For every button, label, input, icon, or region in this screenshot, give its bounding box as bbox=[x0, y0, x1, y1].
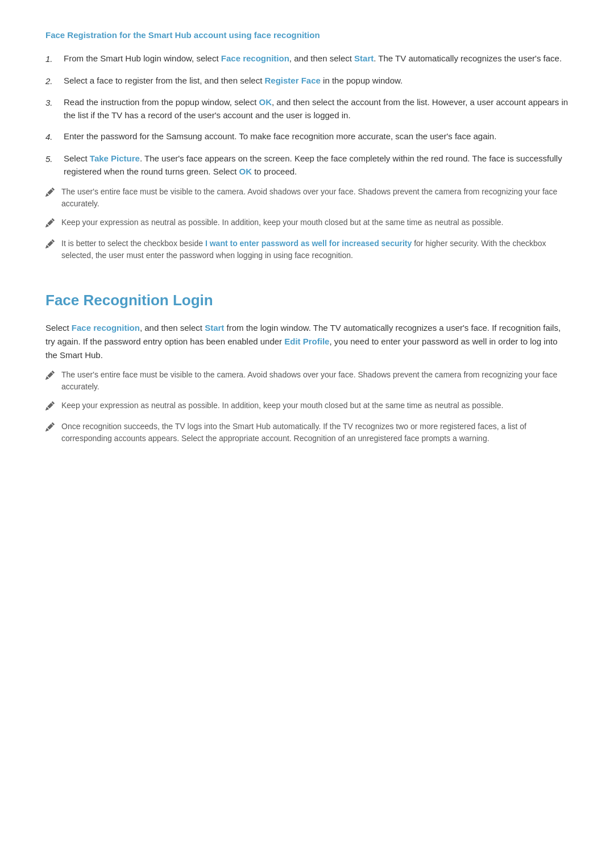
section2-notes: The user's entire face must be visible t… bbox=[45, 369, 569, 445]
note-content-s2-3: Once recognition succeeds, the TV logs i… bbox=[61, 421, 569, 445]
note-content-2: Keep your expression as neutral as possi… bbox=[61, 217, 569, 229]
step-number-5: 5. bbox=[45, 152, 64, 165]
highlight-face-recognition-1: Face recognition bbox=[221, 53, 289, 63]
step-number-2: 2. bbox=[45, 74, 64, 88]
step-5: 5. Select Take Picture. The user's face … bbox=[45, 152, 569, 178]
section2-title: Face Recognition Login bbox=[45, 289, 569, 312]
step-number-1: 1. bbox=[45, 52, 64, 65]
note-content-s2-2: Keep your expression as neutral as possi… bbox=[61, 400, 569, 412]
step-content-4: Enter the password for the Samsung accou… bbox=[64, 130, 569, 143]
pencil-icon-3 bbox=[45, 238, 61, 252]
pencil-icon-1 bbox=[45, 186, 61, 200]
note-1: The user's entire face must be visible t… bbox=[45, 186, 569, 210]
pencil-icon-2 bbox=[45, 217, 61, 231]
section2-intro: Select Face recognition, and then select… bbox=[45, 321, 569, 362]
highlight-register-face: Register Face bbox=[265, 76, 321, 85]
step-number-3: 3. bbox=[45, 95, 64, 109]
note-3: It is better to select the checkbox besi… bbox=[45, 238, 569, 261]
pencil-icon-s2-2 bbox=[45, 400, 61, 414]
highlight-take-picture: Take Picture bbox=[90, 153, 140, 163]
section2: Face Recognition Login Select Face recog… bbox=[45, 289, 569, 445]
step-content-5: Select Take Picture. The user's face app… bbox=[64, 152, 569, 178]
section1-notes: The user's entire face must be visible t… bbox=[45, 186, 569, 261]
note-2: Keep your expression as neutral as possi… bbox=[45, 217, 569, 231]
note-s2-3: Once recognition succeeds, the TV logs i… bbox=[45, 421, 569, 445]
highlight-start-2: Start bbox=[205, 323, 224, 333]
step-number-4: 4. bbox=[45, 130, 64, 143]
step-content-2: Select a face to register from the list,… bbox=[64, 74, 569, 87]
section1-steps: 1. From the Smart Hub login window, sele… bbox=[45, 52, 569, 178]
note-content-s2-1: The user's entire face must be visible t… bbox=[61, 369, 569, 393]
note-content-3: It is better to select the checkbox besi… bbox=[61, 238, 569, 261]
note-content-1: The user's entire face must be visible t… bbox=[61, 186, 569, 210]
pencil-icon-s2-1 bbox=[45, 369, 61, 383]
step-1: 1. From the Smart Hub login window, sele… bbox=[45, 52, 569, 65]
step-4: 4. Enter the password for the Samsung ac… bbox=[45, 130, 569, 143]
section1: Face Registration for the Smart Hub acco… bbox=[45, 28, 569, 261]
pencil-icon-s2-3 bbox=[45, 421, 61, 435]
step-2: 2. Select a face to register from the li… bbox=[45, 74, 569, 88]
step-content-1: From the Smart Hub login window, select … bbox=[64, 52, 569, 65]
note-s2-1: The user's entire face must be visible t… bbox=[45, 369, 569, 393]
step-3: 3. Read the instruction from the popup w… bbox=[45, 95, 569, 122]
highlight-ok-2: OK bbox=[239, 167, 252, 176]
highlight-password-checkbox: I want to enter password as well for inc… bbox=[205, 239, 412, 248]
highlight-ok-1: OK bbox=[259, 97, 272, 107]
step-content-3: Read the instruction from the popup wind… bbox=[64, 95, 569, 122]
highlight-start-1: Start bbox=[354, 53, 374, 63]
highlight-face-recognition-2: Face recognition bbox=[72, 323, 140, 333]
highlight-edit-profile: Edit Profile bbox=[284, 337, 329, 346]
section1-title: Face Registration for the Smart Hub acco… bbox=[45, 28, 569, 41]
note-s2-2: Keep your expression as neutral as possi… bbox=[45, 400, 569, 414]
